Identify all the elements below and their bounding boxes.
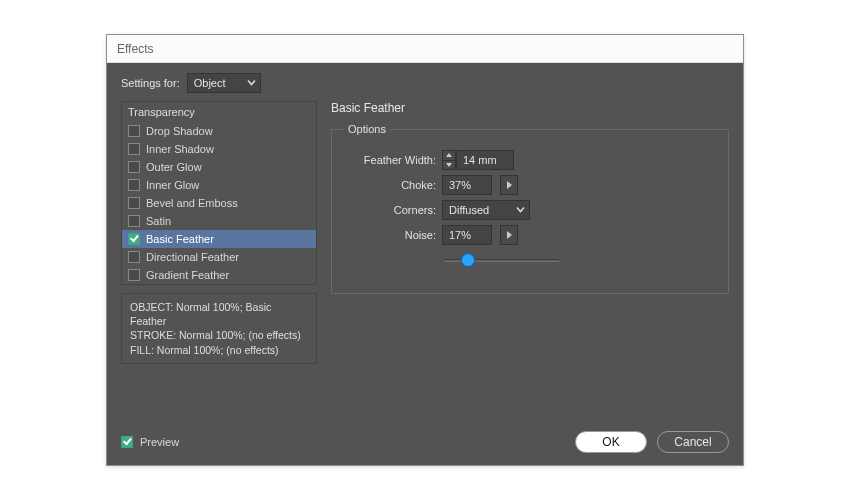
effect-label: Inner Shadow [146,143,214,155]
effect-label: Bevel and Emboss [146,197,238,209]
corners-label: Corners: [344,204,436,216]
effect-label: Inner Glow [146,179,199,191]
noise-input[interactable]: 17% [442,225,492,245]
settings-for-select[interactable]: Object [187,73,261,93]
spinner-up-icon[interactable] [442,150,456,161]
feather-width-spinner[interactable] [442,150,456,170]
triangle-right-icon [507,181,512,189]
effect-checkbox[interactable] [128,215,140,227]
slider-thumb[interactable] [462,254,474,266]
effect-item[interactable]: Outer Glow [122,158,316,176]
effect-item[interactable]: Drop Shadow [122,122,316,140]
effect-checkbox[interactable] [128,161,140,173]
cancel-button[interactable]: Cancel [657,431,729,453]
effect-label: Directional Feather [146,251,239,263]
effect-label: Satin [146,215,171,227]
effect-item[interactable]: Satin [122,212,316,230]
summary-line: STROKE: Normal 100%; (no effects) [130,328,308,342]
feather-width-label: Feather Width: [344,154,436,166]
chevron-down-icon [516,206,525,215]
effect-label: Drop Shadow [146,125,213,137]
effect-label: Gradient Feather [146,269,229,281]
effects-list: Transparency Drop ShadowInner ShadowOute… [121,101,317,285]
effect-checkbox[interactable] [128,233,140,245]
options-group: Options Feather Width: 14 mm Choke: [331,123,729,294]
effect-label: Outer Glow [146,161,202,173]
dialog-footer: Preview OK Cancel [107,425,743,465]
summary-line: OBJECT: Normal 100%; Basic Feather [130,300,308,328]
effects-list-header[interactable]: Transparency [122,102,316,122]
effect-checkbox[interactable] [128,197,140,209]
effect-checkbox[interactable] [128,143,140,155]
effect-label: Basic Feather [146,233,214,245]
spinner-down-icon[interactable] [442,161,456,171]
ok-button[interactable]: OK [575,431,647,453]
options-legend: Options [344,123,390,135]
effects-summary: OBJECT: Normal 100%; Basic Feather STROK… [121,293,317,364]
settings-for-label: Settings for: [121,77,180,89]
noise-label: Noise: [344,229,436,241]
effect-item[interactable]: Gradient Feather [122,266,316,284]
settings-for-value: Object [194,77,226,89]
dialog-title: Effects [107,35,743,63]
panel-title: Basic Feather [331,101,729,115]
chevron-down-icon [247,79,256,88]
effect-checkbox[interactable] [128,179,140,191]
noise-slider[interactable] [444,253,560,267]
effect-item[interactable]: Inner Glow [122,176,316,194]
preview-label: Preview [140,436,179,448]
choke-label: Choke: [344,179,436,191]
effect-checkbox[interactable] [128,269,140,281]
effect-item[interactable]: Inner Shadow [122,140,316,158]
effects-dialog: Effects Settings for: Object Transparenc… [106,34,744,466]
effect-checkbox[interactable] [128,251,140,263]
summary-line: FILL: Normal 100%; (no effects) [130,343,308,357]
effect-item[interactable]: Basic Feather [122,230,316,248]
dialog-body: Settings for: Object Transparency Drop S… [107,63,743,425]
effect-checkbox[interactable] [128,125,140,137]
choke-input[interactable]: 37% [442,175,492,195]
preview-checkbox[interactable] [121,436,133,448]
effect-item[interactable]: Bevel and Emboss [122,194,316,212]
noise-menu-button[interactable] [500,225,518,245]
corners-select[interactable]: Diffused [442,200,530,220]
triangle-right-icon [507,231,512,239]
choke-menu-button[interactable] [500,175,518,195]
effect-item[interactable]: Directional Feather [122,248,316,266]
feather-width-input[interactable]: 14 mm [456,150,514,170]
